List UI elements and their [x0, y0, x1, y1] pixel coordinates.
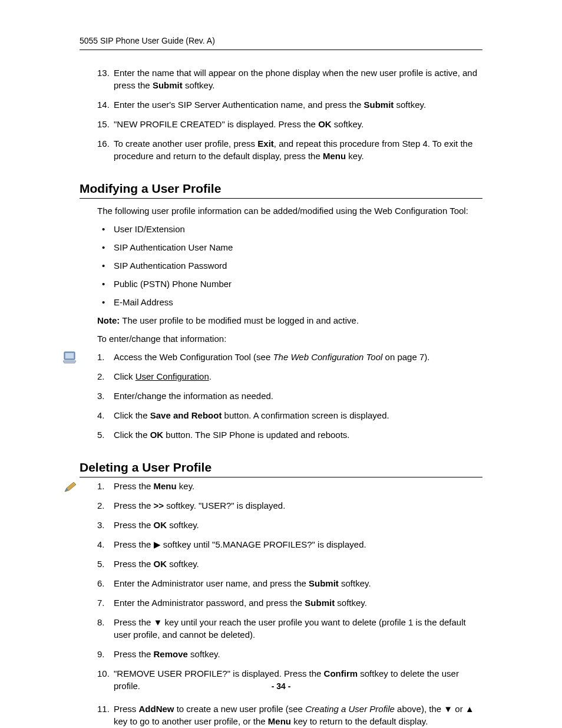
modify-to-enter: To enter/change that information:	[97, 332, 482, 345]
list-item: 5.Click the OK button. The SIP Phone is …	[97, 429, 482, 441]
computer-icon	[63, 351, 78, 366]
down-arrow-icon: ▼	[154, 617, 163, 627]
list-item: User ID/Extension	[97, 223, 482, 235]
heading-deleting: Deleting a User Profile	[80, 459, 482, 477]
list-item: 6.Enter the Administrator user name, and…	[97, 577, 482, 589]
list-item: 9.Press the Remove softkey.	[97, 648, 482, 660]
right-arrow-icon: ▶	[154, 539, 161, 549]
list-item: 5.Press the OK softkey.	[97, 558, 482, 570]
list-item: Public (PSTN) Phone Number	[97, 278, 482, 290]
list-item: E-Mail Address	[97, 296, 482, 308]
list-item: 8.Press the ▼ key until your reach the u…	[97, 616, 482, 641]
list-item: 14.Enter the user's SIP Server Authentic…	[97, 98, 482, 111]
continued-steps-list: 13.Enter the name that will appear on th…	[97, 67, 482, 162]
list-item: 3.Press the OK softkey.	[97, 519, 482, 531]
list-item: SIP Authentication User Name	[97, 241, 482, 253]
page-number: - 34 -	[0, 681, 562, 693]
modify-steps: 1.Access the Web Configuration Tool (see…	[97, 351, 482, 441]
pencil-icon	[63, 481, 78, 496]
modify-bullets: User ID/Extension SIP Authentication Use…	[97, 223, 482, 308]
list-item: 2.Press the >> softkey. "USER?" is displ…	[97, 499, 482, 512]
page-header: 5055 SIP Phone User Guide (Rev. A)	[80, 35, 482, 50]
list-item: 7.Enter the Administrator password, and …	[97, 597, 482, 609]
list-item: 16.To create another user profile, press…	[97, 137, 482, 162]
list-item: 15. "NEW PROFILE CREATED" is displayed. …	[97, 118, 482, 130]
list-item: 3.Enter/change the information as needed…	[97, 390, 482, 402]
list-item: 13.Enter the name that will appear on th…	[97, 67, 482, 91]
list-item: 4.Click the Save and Reboot button. A co…	[97, 409, 482, 421]
list-item: 1.Access the Web Configuration Tool (see…	[97, 351, 482, 363]
up-arrow-icon: ▲	[465, 704, 474, 714]
svg-rect-1	[65, 353, 74, 358]
list-item: 4.Press the ▶ softkey until "5.MANAGE PR…	[97, 538, 482, 551]
modify-note: Note: The user profile to be modified mu…	[97, 314, 482, 327]
list-item: 11.Press AddNew to create a new user pro…	[97, 703, 482, 727]
modify-intro: The following user profile information c…	[97, 205, 482, 217]
down-arrow-icon: ▼	[444, 704, 452, 714]
list-item: 1.Press the Menu key.	[97, 480, 482, 492]
list-item: SIP Authentication Password	[97, 259, 482, 272]
heading-modifying: Modifying a User Profile	[80, 180, 482, 199]
list-item: 2.Click User Configuration.	[97, 370, 482, 383]
